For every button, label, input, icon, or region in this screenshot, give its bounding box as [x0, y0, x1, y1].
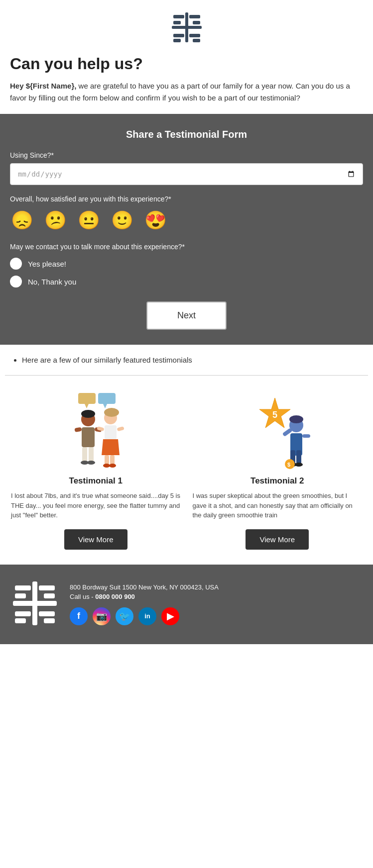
svg-text:5: 5: [272, 410, 277, 420]
svg-rect-2: [189, 15, 200, 18]
footer: 800 Bordway Suit 1500 New York, NY 00042…: [0, 565, 373, 644]
svg-text:$: $: [287, 462, 290, 468]
footer-phone: Call us - 0800 000 900: [70, 593, 363, 600]
emoji-5-very-happy[interactable]: 😍: [143, 209, 168, 232]
svg-rect-47: [15, 593, 26, 598]
testimonial-2-view-more-button[interactable]: View More: [246, 529, 309, 550]
form-title: Share a Testimonial Form: [10, 129, 363, 140]
emoji-4-happy[interactable]: 🙂: [110, 209, 134, 232]
svg-marker-14: [103, 404, 107, 408]
svg-rect-39: [296, 450, 301, 464]
radio-no-label: No, Thank you: [28, 278, 76, 286]
greeting-bold: Hey ${First Name},: [10, 82, 76, 90]
testimonial-1-text: I lost about 7lbs, and it's true what so…: [11, 491, 181, 520]
social-icons-row: f 📷 🐦 in ▶: [70, 607, 363, 625]
page-title: Can you help us?: [10, 55, 363, 73]
svg-rect-54: [39, 611, 55, 616]
testimonial-card-1: Testimonial 1 I lost about 7lbs, and it'…: [5, 386, 187, 555]
svg-rect-46: [15, 585, 31, 590]
instagram-icon[interactable]: 📷: [93, 607, 111, 625]
footer-address: 800 Bordway Suit 1500 New York, NY 00042…: [70, 583, 363, 591]
emoji-1-very-sad[interactable]: 😞: [10, 209, 34, 232]
form-section: Share a Testimonial Form Using Since?* O…: [0, 114, 373, 345]
contact-radio-group: Yes please! No, Thank you: [10, 258, 363, 288]
testimonial-2-text: I was super skeptical about the green sm…: [193, 491, 363, 520]
svg-rect-53: [15, 618, 26, 623]
svg-rect-1: [173, 21, 181, 24]
svg-rect-26: [105, 425, 117, 439]
svg-rect-17: [82, 427, 95, 447]
radio-yes-option[interactable]: Yes please!: [10, 258, 363, 270]
svg-rect-0: [173, 15, 184, 18]
intro-paragraph: Hey ${First Name}, we are grateful to ha…: [10, 80, 363, 104]
contact-question-label: May we contact you to talk more about th…: [10, 243, 363, 251]
svg-rect-30: [110, 455, 115, 465]
radio-no-option[interactable]: No, Thank you: [10, 276, 363, 288]
footer-call-label: Call us -: [70, 593, 94, 600]
svg-point-25: [104, 408, 119, 417]
testimonial-1-view-more-button[interactable]: View More: [64, 529, 127, 550]
svg-rect-4: [185, 12, 188, 27]
svg-point-36: [289, 415, 303, 423]
emoji-rating-row: 😞 😕 😐 🙂 😍: [10, 209, 363, 232]
svg-point-16: [81, 410, 95, 418]
svg-rect-50: [32, 581, 37, 603]
testimonials-grid: Testimonial 1 I lost about 7lbs, and it'…: [0, 376, 373, 565]
header-logo: [169, 10, 204, 45]
testimonial-2-title: Testimonial 2: [250, 476, 304, 486]
intro-section: Can you help us? Hey ${First Name}, we a…: [0, 50, 373, 114]
emoji-3-neutral[interactable]: 😐: [77, 209, 101, 232]
testimonial-1-image: [51, 390, 140, 470]
svg-point-31: [103, 464, 110, 468]
svg-rect-8: [189, 34, 200, 37]
svg-rect-13: [98, 393, 116, 404]
svg-point-43: [295, 463, 303, 467]
svg-rect-7: [173, 39, 181, 42]
svg-rect-18: [75, 427, 82, 432]
svg-rect-55: [44, 618, 55, 623]
svg-marker-12: [85, 404, 89, 408]
testimonial-1-title: Testimonial 1: [69, 476, 123, 486]
footer-info: 800 Bordway Suit 1500 New York, NY 00042…: [70, 583, 363, 625]
svg-point-32: [109, 464, 116, 468]
radio-yes-label: Yes please!: [28, 260, 66, 268]
svg-rect-56: [32, 603, 37, 625]
radio-yes-circle: [10, 258, 22, 270]
svg-rect-28: [117, 426, 124, 431]
svg-rect-49: [44, 593, 55, 598]
testimonials-intro: Here are a few of our similarly featured…: [0, 345, 373, 375]
svg-rect-6: [173, 34, 184, 37]
svg-rect-41: [302, 434, 310, 438]
footer-logo: [10, 579, 60, 630]
header: [0, 0, 373, 50]
svg-rect-21: [89, 447, 94, 462]
testimonials-intro-text: Here are a few of our similarly featured…: [22, 356, 361, 364]
svg-rect-48: [39, 585, 55, 590]
testimonial-card-2: 5 $ T: [187, 386, 369, 555]
svg-rect-9: [193, 39, 200, 42]
testimonial-2-image: 5 $: [233, 390, 322, 470]
using-since-label: Using Since?*: [10, 151, 363, 159]
linkedin-icon[interactable]: in: [138, 607, 156, 625]
svg-rect-29: [105, 455, 109, 465]
svg-rect-11: [78, 393, 96, 404]
svg-rect-52: [15, 611, 31, 616]
svg-rect-10: [185, 27, 188, 42]
emoji-2-sad[interactable]: 😕: [43, 209, 68, 232]
svg-rect-3: [193, 21, 200, 24]
twitter-icon[interactable]: 🐦: [116, 607, 133, 625]
radio-no-circle: [10, 276, 22, 288]
facebook-icon[interactable]: f: [70, 607, 88, 625]
next-button-wrapper: Next: [10, 301, 363, 330]
svg-point-23: [87, 461, 95, 465]
footer-phone-number: 0800 000 900: [95, 593, 135, 600]
youtube-icon[interactable]: ▶: [161, 607, 179, 625]
next-button[interactable]: Next: [146, 301, 227, 330]
svg-rect-20: [82, 447, 87, 462]
satisfaction-label: Overall, how satisfied are you with this…: [10, 195, 363, 203]
date-input[interactable]: [10, 163, 363, 185]
